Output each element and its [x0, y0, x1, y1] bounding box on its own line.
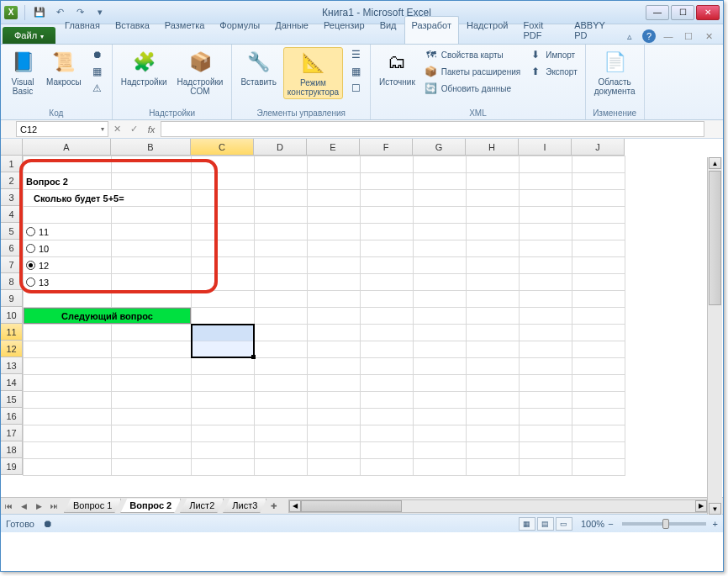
cell-E11[interactable]	[308, 325, 361, 341]
cell-D18[interactable]	[255, 442, 308, 459]
zoom-in-icon[interactable]: +	[713, 519, 718, 529]
new-sheet-icon[interactable]: ✚	[266, 499, 282, 514]
enter-formula-icon[interactable]: ✓	[125, 124, 142, 135]
cell-C13[interactable]	[192, 358, 255, 375]
cell-C3[interactable]	[192, 190, 255, 207]
col-header-I[interactable]: I	[519, 139, 572, 156]
cell-C2[interactable]	[192, 173, 255, 190]
doc-panel-button[interactable]: 📄 Область документа	[591, 47, 639, 98]
cell-F12[interactable]	[361, 341, 414, 358]
cell-D1[interactable]	[255, 156, 308, 173]
radio-icon[interactable]	[26, 227, 35, 236]
cell-H13[interactable]	[467, 358, 520, 375]
zoom-out-icon[interactable]: −	[608, 519, 613, 529]
cell-E19[interactable]	[308, 459, 361, 476]
cell-I19[interactable]	[520, 459, 572, 476]
refresh-data-button[interactable]: 🔄Обновить данные	[422, 81, 523, 96]
cell-J9[interactable]	[572, 291, 625, 308]
tab-разметка[interactable]: Разметка	[157, 16, 213, 44]
map-properties-button[interactable]: 🗺Свойства карты	[422, 47, 523, 62]
maximize-button[interactable]: ☐	[671, 5, 694, 20]
cell-I16[interactable]	[520, 409, 572, 425]
cell-I5[interactable]	[520, 224, 572, 240]
cell-F8[interactable]	[361, 274, 414, 291]
tab-next-icon[interactable]: ▶	[31, 499, 46, 514]
close-button[interactable]: ✕	[696, 5, 720, 20]
cell-G13[interactable]	[414, 358, 467, 375]
cell-H4[interactable]	[467, 207, 520, 224]
cell-G6[interactable]	[414, 240, 467, 257]
col-header-A[interactable]: A	[23, 139, 111, 156]
cell-A2[interactable]: Вопрос 2	[24, 173, 112, 190]
col-header-H[interactable]: H	[466, 139, 519, 156]
cell-A1[interactable]	[24, 156, 112, 173]
tab-надстрой[interactable]: Надстрой	[459, 16, 515, 44]
cell-J13[interactable]	[572, 358, 625, 375]
row-header-11[interactable]: 11	[1, 324, 23, 341]
cell-C18[interactable]	[192, 442, 255, 459]
cell-J7[interactable]	[572, 257, 625, 274]
doc-minimize-icon[interactable]: —	[661, 29, 676, 44]
cell-D9[interactable]	[255, 291, 308, 308]
col-header-G[interactable]: G	[413, 139, 466, 156]
cell-B8[interactable]	[112, 274, 192, 291]
cell-D8[interactable]	[255, 274, 308, 291]
cell-C1[interactable]	[192, 156, 255, 173]
row-header-18[interactable]: 18	[1, 441, 23, 458]
radio-icon[interactable]	[26, 244, 35, 253]
col-header-F[interactable]: F	[360, 139, 413, 156]
row-header-15[interactable]: 15	[1, 391, 23, 408]
sheet-tab-1[interactable]: Вопрос 2	[120, 499, 181, 513]
cell-J6[interactable]	[572, 240, 625, 257]
cell-F19[interactable]	[361, 459, 414, 476]
cell-C8[interactable]	[192, 274, 255, 291]
expansion-packs-button[interactable]: 📦Пакеты расширения	[422, 64, 523, 79]
zoom-slider[interactable]	[622, 522, 706, 526]
row-header-8[interactable]: 8	[1, 273, 23, 290]
cell-H15[interactable]	[467, 392, 520, 409]
row-header-14[interactable]: 14	[1, 374, 23, 391]
cell-B6[interactable]	[112, 240, 192, 257]
cell-D5[interactable]	[255, 224, 308, 240]
namebox-dropdown-icon[interactable]: ▾	[101, 125, 104, 133]
zoom-level[interactable]: 100%	[581, 519, 604, 529]
cell-E12[interactable]	[308, 341, 361, 358]
cell-J4[interactable]	[572, 207, 625, 224]
row-header-7[interactable]: 7	[1, 256, 23, 273]
scroll-down-icon[interactable]: ▼	[709, 503, 721, 515]
radio-option-1[interactable]: 10	[26, 244, 108, 254]
radio-option-3[interactable]: 13	[26, 277, 108, 288]
cell-H18[interactable]	[467, 442, 520, 459]
relative-refs-button[interactable]: ▦	[88, 64, 107, 79]
cell-H19[interactable]	[467, 459, 520, 476]
tab-abbyy pd[interactable]: ABBYY PD	[567, 16, 622, 44]
cell-A12[interactable]	[24, 341, 112, 358]
row-header-10[interactable]: 10	[1, 307, 23, 324]
sheet-tab-0[interactable]: Вопрос 1	[64, 499, 121, 513]
cell-E17[interactable]	[308, 425, 361, 442]
row-header-12[interactable]: 12	[1, 341, 23, 357]
com-addins-button[interactable]: 📦 Надстройки COM	[174, 47, 227, 98]
cell-E10[interactable]	[308, 308, 361, 325]
tab-рецензир[interactable]: Рецензир	[316, 16, 372, 44]
cell-H10[interactable]	[467, 308, 520, 325]
cell-J8[interactable]	[572, 274, 625, 291]
cell-G14[interactable]	[414, 375, 467, 392]
doc-restore-icon[interactable]: ☐	[681, 29, 696, 44]
cell-I10[interactable]	[520, 308, 572, 325]
cell-E3[interactable]	[308, 190, 361, 207]
cell-A16[interactable]	[24, 409, 112, 425]
cell-J12[interactable]	[572, 341, 625, 358]
cell-E8[interactable]	[308, 274, 361, 291]
cell-I18[interactable]	[520, 442, 572, 459]
cell-F7[interactable]	[361, 257, 414, 274]
cell-G10[interactable]	[414, 308, 467, 325]
cell-J1[interactable]	[572, 156, 625, 173]
tab-prev-icon[interactable]: ◀	[16, 499, 31, 514]
xml-source-button[interactable]: 🗂 Источник	[376, 47, 419, 88]
cell-D13[interactable]	[255, 358, 308, 375]
cell-C16[interactable]	[192, 409, 255, 425]
radio-icon[interactable]	[26, 277, 35, 287]
cell-I2[interactable]	[520, 173, 572, 190]
cell-H3[interactable]	[467, 190, 520, 207]
